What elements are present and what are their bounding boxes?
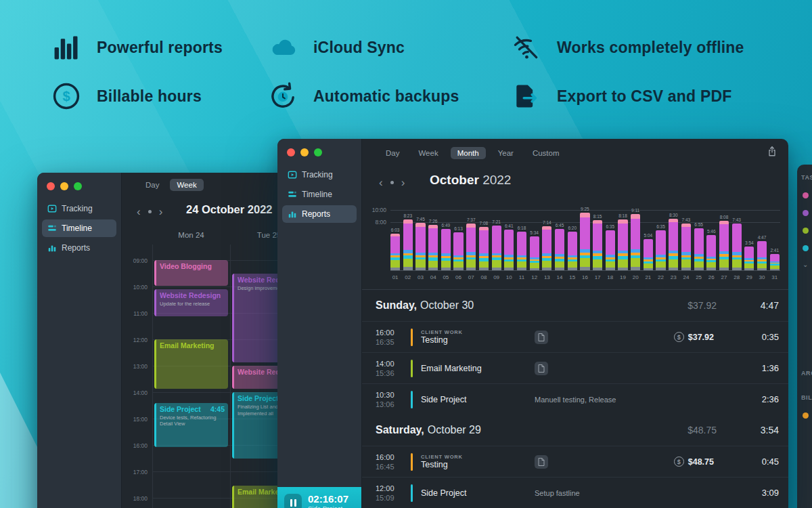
time-entry-row[interactable]: 16:0016:35CLIENT WORKTesting$$37.920:35 bbox=[362, 321, 788, 352]
task-color-dot[interactable] bbox=[803, 210, 809, 216]
time-entry-row[interactable]: 12:0015:09Side ProjectSetup fastline3:09 bbox=[362, 477, 788, 508]
share-icon[interactable] bbox=[767, 146, 777, 160]
chart-bar[interactable]: 6:41 bbox=[504, 224, 514, 270]
chart-bar[interactable]: 8:18 bbox=[618, 213, 627, 270]
chart-bar[interactable]: 8:23 bbox=[403, 213, 413, 270]
tab-custom[interactable]: Custom bbox=[526, 147, 566, 159]
chart-bar[interactable]: 7:43 bbox=[732, 217, 742, 270]
chart-bar[interactable]: 5:46 bbox=[706, 229, 716, 270]
document-icon[interactable] bbox=[535, 455, 548, 469]
sidebar-item-timeline[interactable]: Timeline bbox=[42, 219, 116, 237]
chart-bar[interactable]: 7:08 bbox=[479, 221, 489, 270]
chart-bar[interactable]: 6:13 bbox=[453, 226, 463, 270]
backup-icon bbox=[267, 81, 298, 112]
chart-bar[interactable]: 3:54 bbox=[744, 240, 754, 270]
tab-month[interactable]: Month bbox=[451, 147, 486, 159]
chart-bar[interactable]: 7:26 bbox=[428, 219, 438, 270]
chevron-left-icon[interactable]: ‹ bbox=[379, 177, 383, 188]
chart-x-label: 27 bbox=[719, 274, 729, 280]
section-date: October 29 bbox=[428, 424, 481, 436]
chart-bar-segment bbox=[441, 229, 451, 254]
event-title: Video Blogging bbox=[160, 262, 225, 270]
reports-icon bbox=[47, 243, 57, 253]
chart-bar[interactable]: 8:08 bbox=[719, 215, 729, 270]
chart-bar[interactable]: 9:25 bbox=[580, 207, 589, 270]
zoom-button[interactable] bbox=[314, 148, 322, 156]
task-color-dot[interactable] bbox=[803, 412, 809, 419]
chart-x-label: 09 bbox=[492, 274, 501, 280]
chart-bar[interactable]: 6:55 bbox=[694, 222, 704, 270]
task-color-dot[interactable] bbox=[803, 192, 809, 198]
chart-bar[interactable]: 6:35 bbox=[656, 224, 665, 270]
tab-week[interactable]: Week bbox=[170, 179, 203, 191]
entry-end-time: 15:36 bbox=[376, 369, 405, 377]
today-dot-icon[interactable] bbox=[390, 181, 394, 184]
sidebar-item-tracking[interactable]: Tracking bbox=[42, 200, 116, 217]
sidebar-item-reports[interactable]: Reports bbox=[282, 205, 357, 223]
minimize-button[interactable] bbox=[60, 182, 68, 190]
chart-bar-segment bbox=[517, 232, 526, 255]
chevron-down-icon[interactable]: ⌄ bbox=[803, 261, 812, 268]
chart-bar[interactable]: 4:47 bbox=[757, 235, 767, 270]
hour-label: 14:00 bbox=[122, 389, 148, 396]
running-timer[interactable]: 02:16:07 Side Project bbox=[277, 487, 361, 508]
tab-day[interactable]: Day bbox=[139, 179, 166, 191]
task-color-dot[interactable] bbox=[803, 245, 809, 251]
sidebar-item-tracking[interactable]: Tracking bbox=[282, 166, 357, 184]
sidebar-nav: Tracking Timeline Reports bbox=[42, 200, 116, 259]
chart-bar[interactable]: 6:35 bbox=[606, 224, 615, 270]
chart-bar[interactable]: 7:45 bbox=[415, 217, 425, 270]
time-entry-row[interactable]: 14:0015:36Email Marketing1:36 bbox=[362, 352, 788, 383]
chevron-right-icon[interactable]: › bbox=[159, 206, 163, 217]
chart-bar-segment bbox=[504, 261, 514, 268]
zoom-button[interactable] bbox=[74, 182, 82, 190]
close-button[interactable] bbox=[47, 182, 55, 190]
chart-bar-segment bbox=[568, 268, 577, 270]
chart-bar[interactable]: 6:18 bbox=[517, 226, 526, 270]
hour-label: 15:00 bbox=[122, 416, 148, 423]
event-block[interactable]: Side Project4:45Device tests, Refactorin… bbox=[154, 403, 228, 447]
chart-bar-value: 5:04 bbox=[644, 233, 653, 238]
chart-bar-segment bbox=[580, 217, 589, 249]
chart-bar[interactable]: 7:37 bbox=[466, 217, 476, 270]
chart-bar[interactable]: 7:21 bbox=[492, 219, 501, 270]
document-icon[interactable] bbox=[535, 362, 548, 375]
tab-day[interactable]: Day bbox=[379, 147, 406, 159]
time-entry-row[interactable]: 16:0016:45CLIENT WORKTesting$$48.750:45 bbox=[362, 446, 788, 477]
chart-bar[interactable]: 9:11 bbox=[631, 208, 640, 270]
chart-bar[interactable]: 6:45 bbox=[555, 223, 564, 270]
chart-bar[interactable]: 6:20 bbox=[568, 226, 577, 270]
chart-bar-segment bbox=[606, 261, 615, 268]
chart-x-label: 18 bbox=[606, 274, 615, 280]
event-block[interactable]: Website RedesignUpdate for the release bbox=[154, 289, 228, 316]
event-subtitle: Device tests, Refactoring Detail View bbox=[160, 415, 225, 428]
sidebar-item-timeline[interactable]: Timeline bbox=[282, 186, 357, 203]
tab-year[interactable]: Year bbox=[491, 147, 520, 159]
chart-bar[interactable]: 8:30 bbox=[669, 213, 678, 271]
minimize-button[interactable] bbox=[300, 148, 309, 156]
entry-start-time: 16:00 bbox=[376, 329, 405, 337]
chart-bar[interactable]: 2:41 bbox=[770, 248, 780, 270]
chart-bar[interactable]: 6:03 bbox=[390, 228, 400, 270]
dollar-icon: $ bbox=[674, 457, 684, 467]
time-entry-row[interactable]: 10:3013:06Side ProjectManuell testing, R… bbox=[362, 383, 788, 415]
task-color-dot[interactable] bbox=[803, 228, 809, 234]
sidebar-item-reports[interactable]: Reports bbox=[42, 239, 116, 257]
entry-start-time: 12:00 bbox=[376, 484, 405, 492]
chart-bar[interactable]: 5:04 bbox=[644, 233, 653, 270]
chart-bar[interactable]: 5:34 bbox=[530, 230, 539, 270]
chart-bar[interactable]: 7:43 bbox=[681, 217, 691, 270]
tab-week[interactable]: Week bbox=[411, 147, 445, 159]
document-icon[interactable] bbox=[535, 331, 548, 344]
event-block[interactable]: Video Blogging bbox=[154, 260, 228, 286]
section-header: Sunday,October 30$37.924:47 bbox=[362, 290, 788, 321]
close-button[interactable] bbox=[287, 148, 295, 156]
pause-button[interactable] bbox=[284, 494, 302, 508]
chevron-right-icon[interactable]: › bbox=[401, 177, 405, 188]
chevron-left-icon[interactable]: ‹ bbox=[137, 206, 141, 217]
today-dot-icon[interactable] bbox=[148, 210, 152, 213]
event-block[interactable]: Email Marketing bbox=[154, 339, 228, 389]
chart-bar[interactable]: 8:15 bbox=[593, 214, 602, 270]
chart-bar[interactable]: 7:14 bbox=[542, 220, 551, 270]
chart-bar[interactable]: 6:49 bbox=[441, 223, 451, 270]
